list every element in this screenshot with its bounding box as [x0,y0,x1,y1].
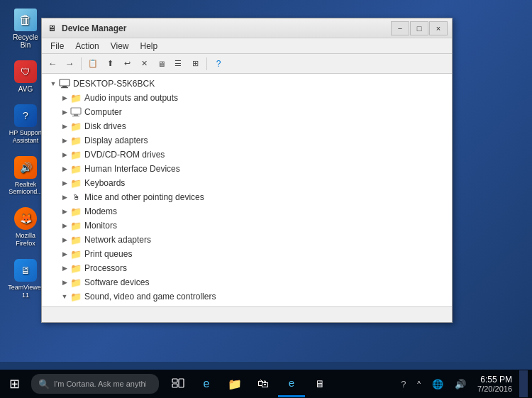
tree-processors[interactable]: ▶ 📁 Processors [42,261,452,275]
taskbar-pinned-icons: e 📁 🛍 e 🖥 [165,370,333,397]
taskbar-ie[interactable]: e [278,370,305,397]
clock-time: 6:55 PM [477,375,512,385]
computer-expand[interactable]: ▶ [59,106,70,118]
start-button[interactable]: ⊞ [0,370,28,398]
toolbar-rollback[interactable]: ↩ [119,56,135,72]
firefox-label: Mozilla Firefox [9,232,43,248]
tree-display[interactable]: ▶ 📁 Display adapters [42,133,452,148]
menu-view[interactable]: View [105,40,135,52]
cortana-search-input[interactable] [54,380,146,388]
recycle-bin-icon: 🗑 [14,9,37,31]
tree-disk-drives[interactable]: ▶ 📁 Disk drives [42,119,452,133]
display-expand[interactable]: ▶ [59,135,70,146]
toolbar-device-type[interactable]: ☰ [170,56,186,72]
print-icon: 📁 [70,248,82,260]
close-button[interactable]: × [429,21,448,35]
taskbar-search-bar[interactable]: 🔍 [31,374,159,394]
tree-network[interactable]: ▶ 📁 Network adapters [42,233,452,247]
tree-mice[interactable]: ▶ 🖱 Mice and other pointing devices [42,190,452,204]
mice-expand[interactable]: ▶ [59,192,70,203]
tree-modems[interactable]: ▶ 📁 Modems [42,204,452,219]
toolbar-separator-2 [206,57,207,70]
keyboards-expand[interactable]: ▶ [59,177,70,189]
print-expand[interactable]: ▶ [59,248,70,260]
taskbar-system-tray: ? ^ 🌐 🔊 6:55 PM 7/20/2016 [397,370,532,397]
device-manager-window: 🖥 Device Manager − □ × File Action View … [41,18,453,323]
taskbar-store[interactable]: 🛍 [250,370,277,397]
taskbar-device-manager-btn[interactable]: 🖥 [306,370,333,397]
dvd-expand[interactable]: ▶ [59,149,70,160]
hid-expand[interactable]: ▶ [59,163,70,175]
title-bar[interactable]: 🖥 Device Manager − □ × [42,18,452,38]
toolbar: ← → 📋 ⬆ ↩ ✕ 🖥 ☰ ⊞ ? [42,54,452,74]
tree-root[interactable]: ▼ DESKTOP-S5K6BCK [42,77,452,91]
desktop-icon-teamviewer[interactable]: 🖥 TeamViewer 11 [6,256,45,302]
toolbar-properties[interactable]: 📋 [85,56,101,72]
network-icon-group[interactable]: 🌐 [428,377,448,391]
maximize-button[interactable]: □ [410,21,428,35]
realtek-label: Realtek Semicond... [9,181,43,197]
monitors-expand[interactable]: ▶ [59,220,70,231]
modems-expand[interactable]: ▶ [59,206,70,217]
toolbar-uninstall[interactable]: ✕ [136,56,152,72]
window-icon: 🖥 [46,23,57,34]
tree-computer[interactable]: ▶ Computer [42,105,452,119]
network-icon: 🌐 [432,379,443,389]
toolbar-back[interactable]: ← [45,56,60,72]
disk-expand[interactable]: ▶ [59,121,70,132]
device-tree-content[interactable]: ▼ DESKTOP-S5K6BCK ▶ 📁 Audio inputs and o… [42,74,452,306]
toolbar-help[interactable]: ? [211,56,226,72]
desktop-icon-realtek[interactable]: 🔊 Realtek Semicond... [6,153,45,199]
toolbar-forward[interactable]: → [62,56,77,72]
tree-dvd[interactable]: ▶ 📁 DVD/CD-ROM drives [42,148,452,162]
dvd-label: DVD/CD-ROM drives [84,150,165,160]
hp-label: HP Support Assistant [9,129,43,145]
notification-corner[interactable] [519,370,528,397]
computer-icon [70,106,82,118]
software-expand[interactable]: ▶ [59,277,70,288]
software-label: Software devices [84,277,149,287]
menu-action[interactable]: Action [70,40,104,52]
minimize-button[interactable]: − [391,21,409,35]
taskbar-task-view[interactable] [165,370,192,397]
tree-hid[interactable]: ▶ 📁 Human Interface Devices [42,162,452,176]
computer-label: Computer [84,107,122,117]
tree-audio-inputs[interactable]: ▶ 📁 Audio inputs and outputs [42,91,452,105]
proc-expand[interactable]: ▶ [59,262,70,274]
tree-sound[interactable]: ▼ 📁 Sound, video and game controllers [42,289,452,304]
svg-rect-2 [61,87,68,88]
tree-software[interactable]: ▶ 📁 Software devices [42,275,452,289]
desktop-icon-hp[interactable]: ? HP Support Assistant [6,101,45,148]
sound-expand[interactable]: ▼ [59,291,70,302]
help-icon-group[interactable]: ? [397,377,410,391]
desktop-icon-avg[interactable]: 🛡 AVG [6,57,45,96]
root-expand-icon[interactable]: ▼ [48,78,59,89]
sound-folder-icon: 📁 [70,291,82,302]
toolbar-scan[interactable]: 🖥 [153,56,169,72]
tree-monitors[interactable]: ▶ 📁 Monitors [42,219,452,233]
audio-inputs-icon: 📁 [70,92,82,104]
dvd-icon: 📁 [70,149,82,160]
desktop-icon-firefox[interactable]: 🦊 Mozilla Firefox [6,204,45,250]
print-label: Print queues [84,249,132,259]
taskbar-edge[interactable]: e [193,370,220,397]
taskbar-explorer[interactable]: 📁 [221,370,248,397]
tree-keyboards[interactable]: ▶ 📁 Keyboards [42,176,452,190]
toolbar-resources[interactable]: ⊞ [187,56,203,72]
status-bar [42,306,452,322]
svg-rect-3 [71,108,81,114]
desktop-icon-recycle-bin[interactable]: 🗑 Recycle Bin [6,6,45,52]
volume-icon: 🔊 [455,379,466,389]
volume-icon-group[interactable]: 🔊 [450,377,470,391]
menu-file[interactable]: File [45,40,70,52]
tree-print[interactable]: ▶ 📁 Print queues [42,247,452,261]
toolbar-update-driver[interactable]: ⬆ [102,56,118,72]
svg-rect-12 [179,379,184,387]
audio-inputs-expand[interactable]: ▶ [59,92,70,104]
system-tray-chevron[interactable]: ^ [413,379,425,389]
network-expand[interactable]: ▶ [59,234,70,245]
teamviewer-label: TeamViewer 11 [8,284,43,299]
menu-help[interactable]: Help [135,40,164,52]
search-icon: 🔍 [38,379,50,389]
clock-display[interactable]: 6:55 PM 7/20/2016 [473,373,516,394]
